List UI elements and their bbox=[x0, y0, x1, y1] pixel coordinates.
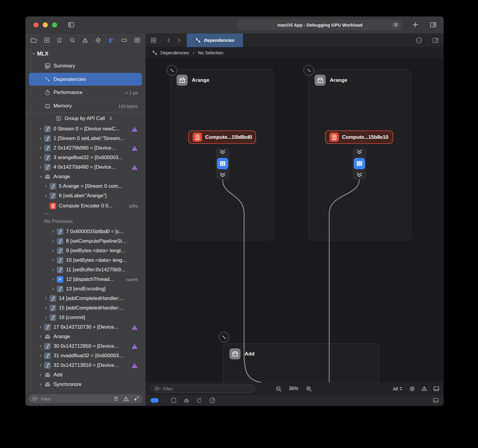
chevron-right-icon[interactable] bbox=[39, 127, 44, 131]
breadcrumb-section[interactable]: Dependencies bbox=[160, 50, 189, 55]
chevron-right-icon[interactable] bbox=[51, 258, 57, 262]
tree-row-arange[interactable]: Arange bbox=[25, 172, 145, 181]
tree-row-2-0x14270b990-device[interactable]: ƒ2 0x14270b990 = [Device... bbox=[25, 143, 145, 153]
minimize-window-button[interactable] bbox=[43, 22, 48, 27]
refresh-icon[interactable] bbox=[196, 397, 203, 404]
chevron-right-icon[interactable] bbox=[39, 156, 44, 160]
tree-row-dependencies[interactable]: Dependencies bbox=[29, 73, 142, 86]
tree-row-6-setlabel-arange[interactable]: ƒ6 [setLabel:"Arange"] bbox=[25, 191, 145, 201]
chevron-right-icon[interactable] bbox=[39, 165, 44, 169]
more-options-button[interactable] bbox=[415, 36, 423, 44]
capsule-icon[interactable] bbox=[121, 37, 128, 44]
tab-overview-icon[interactable] bbox=[150, 37, 157, 44]
chevron-down-icon[interactable] bbox=[39, 175, 44, 178]
tree-row-13-endencoding[interactable]: ƒ13 [endEncoding] bbox=[25, 284, 145, 294]
spray-icon[interactable] bbox=[108, 37, 114, 44]
warning-icon[interactable] bbox=[421, 385, 428, 392]
buffer-stack-2[interactable] bbox=[353, 148, 366, 179]
tree-row-15-addcompletedhandler[interactable]: ƒ15 [addCompletedHandler:... bbox=[25, 303, 145, 313]
gauge-icon[interactable] bbox=[209, 397, 216, 404]
chevron-right-icon[interactable] bbox=[51, 287, 57, 291]
buffer-stack-1[interactable] bbox=[216, 148, 229, 179]
viewfinder-x-icon[interactable] bbox=[43, 37, 50, 44]
compute-encoder-node-1[interactable]: Compute...15b8bd0 bbox=[188, 130, 256, 144]
split-editor-icon[interactable] bbox=[429, 21, 437, 28]
tree-row-arange[interactable]: Arange bbox=[25, 332, 145, 341]
tree-row-memory[interactable]: Memory120 bytes bbox=[25, 99, 145, 113]
flatten-icon[interactable] bbox=[113, 395, 119, 402]
tree-row-32-0x142713910-device[interactable]: ƒ32 0x142713910 = [Device... bbox=[25, 361, 145, 370]
tree-row-synchronize[interactable]: Synchronize bbox=[25, 380, 145, 389]
tree-row-12-dispatchthread[interactable]: 12 [dispatchThread...nan% bbox=[25, 275, 145, 284]
filter-menu-icon[interactable] bbox=[154, 386, 161, 392]
chevron-right-icon[interactable] bbox=[39, 335, 44, 339]
mode-pill-button[interactable] bbox=[151, 398, 159, 403]
tree-row-0-stream-0-device-newc[interactable]: ƒ0 Stream 0 = [Device newC... bbox=[25, 124, 145, 134]
tree-row-10-setbytes-data-leng[interactable]: ƒ10 [setBytes:<data> leng... bbox=[25, 255, 145, 265]
chevron-right-icon[interactable] bbox=[44, 184, 50, 188]
tree-row-add[interactable]: Add bbox=[25, 370, 145, 380]
tree-row-8-setcomputepipelinest[interactable]: ƒ8 [setComputePipelineSt... bbox=[25, 236, 145, 246]
chevron-down-icon[interactable] bbox=[32, 52, 37, 56]
gear-icon[interactable] bbox=[408, 385, 416, 392]
add-editor-button[interactable] bbox=[432, 37, 439, 44]
bookmark-icon[interactable] bbox=[56, 37, 63, 44]
collapse-group-button[interactable] bbox=[167, 65, 177, 76]
canvas-filter-input[interactable]: Filter bbox=[151, 385, 255, 393]
warning-outline-icon[interactable] bbox=[123, 395, 129, 402]
chevron-right-icon[interactable] bbox=[39, 363, 44, 367]
chevron-right-icon[interactable] bbox=[51, 230, 57, 234]
chevron-right-icon[interactable] bbox=[51, 268, 57, 272]
chevron-right-icon[interactable] bbox=[39, 325, 44, 329]
tree-row-5-arange-stream-0-com[interactable]: ƒ5 Arange = [Stream 0 com... bbox=[25, 181, 145, 191]
collapse-group-button[interactable] bbox=[219, 332, 229, 342]
tree-row-16-commit[interactable]: ƒ16 [commit] bbox=[25, 313, 145, 322]
bottom-panel-icon[interactable] bbox=[432, 397, 439, 404]
sidebar-filter-input[interactable]: Filter bbox=[28, 394, 143, 403]
chevron-right-icon[interactable] bbox=[51, 249, 57, 253]
tab-dependencies[interactable]: Dependencies bbox=[187, 33, 243, 47]
chevron-right-icon[interactable] bbox=[39, 354, 44, 358]
chevron-right-icon[interactable] bbox=[44, 194, 50, 198]
new-tab-button[interactable] bbox=[411, 21, 419, 29]
chevron-right-icon[interactable] bbox=[39, 136, 44, 141]
tree-row-7-0x6000015b8bd0-c[interactable]: ƒ7 0x6000015b8bd0 = [c... bbox=[25, 227, 145, 236]
zoom-out-button[interactable] bbox=[275, 385, 282, 392]
chevron-right-icon[interactable] bbox=[44, 296, 50, 301]
bottom-panel-icon[interactable] bbox=[433, 385, 440, 392]
tree-row-11-setbuffer-0x14270b9[interactable]: ƒ11 [setBuffer:0x14270b9... bbox=[25, 265, 145, 275]
chevron-right-icon[interactable] bbox=[44, 315, 50, 320]
tree-row-4-0x14270d480-device[interactable]: ƒ4 0x14270d480 = [Device... bbox=[25, 162, 145, 172]
list-box-icon[interactable] bbox=[134, 37, 141, 44]
forward-button[interactable] bbox=[176, 37, 182, 44]
close-window-button[interactable] bbox=[33, 22, 39, 27]
chevron-right-icon[interactable] bbox=[51, 277, 57, 281]
tree-row-mlx[interactable]: MLX bbox=[25, 48, 145, 59]
filter-menu-icon[interactable] bbox=[31, 396, 39, 402]
warning-outline-icon[interactable] bbox=[82, 37, 88, 44]
tree-row-9-setbytes-data-lengt[interactable]: ƒ9 [setBytes:<data> lengt... bbox=[25, 246, 145, 255]
chevron-down-icon[interactable] bbox=[44, 212, 50, 215]
collapse-group-button[interactable] bbox=[304, 65, 314, 76]
back-button[interactable] bbox=[166, 37, 172, 44]
window-title-tab[interactable]: macOS App - Debugging GPU Workload 2 bbox=[238, 20, 402, 30]
folder-icon[interactable] bbox=[30, 37, 37, 44]
chevron-right-icon[interactable] bbox=[39, 382, 44, 387]
tree-row-compute-encoder-0-0[interactable]: Compute Encoder 0 0...inf% bbox=[25, 201, 145, 211]
tree-row-30-0x142712950-device[interactable]: ƒ30 0x142712950 = [Device... bbox=[25, 341, 145, 351]
select-rect-icon[interactable] bbox=[170, 397, 177, 404]
tree-row-summary[interactable]: Summary bbox=[25, 59, 145, 73]
chevron-right-icon[interactable] bbox=[39, 146, 44, 150]
diamond-check-icon[interactable] bbox=[95, 37, 102, 44]
tree-row-performance[interactable]: Performance< 1 μs bbox=[25, 86, 145, 99]
tree-row-3-arangefloat32-0x600003[interactable]: ƒ3 arangefloat32 = [0x600003... bbox=[25, 153, 145, 162]
dependency-graph-canvas[interactable]: Arange Arange Add bbox=[146, 58, 444, 382]
tree-row-17-0x142710730-device[interactable]: ƒ17 0x142710730 = [Device... bbox=[25, 322, 145, 332]
sparkle-plus-icon[interactable] bbox=[133, 395, 140, 402]
search-icon[interactable] bbox=[69, 37, 76, 44]
bug-icon[interactable] bbox=[183, 397, 190, 404]
zoom-window-button[interactable] bbox=[52, 22, 57, 27]
chevron-right-icon[interactable] bbox=[39, 344, 44, 348]
updown-chevron-icon[interactable] bbox=[108, 116, 113, 121]
table-grid-icon[interactable] bbox=[217, 158, 228, 169]
